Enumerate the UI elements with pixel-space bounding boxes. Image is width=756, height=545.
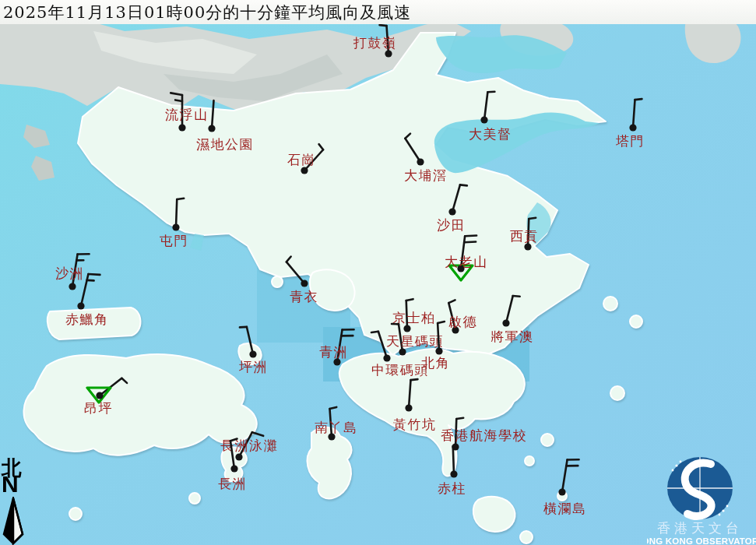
station-dot[interactable]	[405, 404, 412, 411]
station-tates-cairn[interactable]: 大老山	[445, 236, 488, 280]
station-label-tai-po-kau: 大埔滘	[404, 167, 448, 183]
wind-barb-half	[319, 144, 324, 149]
wind-barb-half	[329, 407, 336, 409]
station-star-ferry-pier[interactable]: 天星碼頭	[386, 324, 444, 356]
station-label-wong-chuk-hang: 黃竹坑	[393, 417, 437, 432]
station-tap-mun[interactable]: 塔門	[615, 99, 645, 149]
station-green-island[interactable]: 青洲	[319, 329, 354, 365]
station-lau-fau-shan[interactable]: 流浮山	[165, 93, 209, 131]
map-title: 2025年11月13日01時00分的十分鐘平均風向及風速	[3, 2, 411, 23]
wind-barb-half	[448, 300, 455, 303]
station-label-shek-kong: 石崗	[287, 152, 316, 167]
station-ta-kwu-ling[interactable]: 打鼓嶺	[353, 25, 397, 57]
wind-barb-staff	[484, 92, 487, 120]
station-chek-lap-kok[interactable]: 赤鱲角	[65, 274, 109, 327]
wind-barb-half	[405, 134, 410, 139]
station-dot[interactable]	[178, 124, 185, 131]
station-tsing-yi[interactable]: 青衣	[287, 257, 318, 304]
station-dot[interactable]	[383, 354, 390, 361]
station-tuen-mun[interactable]: 屯門	[160, 199, 188, 248]
wind-barb-half	[460, 185, 467, 185]
station-dot[interactable]	[385, 50, 392, 57]
station-dot[interactable]	[524, 243, 531, 250]
station-dot[interactable]	[399, 348, 406, 355]
station-label-sha-tin: 沙田	[437, 217, 466, 233]
station-label-hk-sea-school: 香港航海學校	[441, 427, 527, 443]
station-dot[interactable]	[558, 488, 565, 495]
station-dot[interactable]	[235, 453, 242, 460]
station-tai-po-kau[interactable]: 大埔滘	[404, 134, 448, 183]
wind-barb-staff	[405, 139, 420, 162]
station-dot[interactable]	[301, 280, 308, 287]
wind-barb-half	[177, 199, 184, 199]
station-tseung-kwan-o[interactable]: 將軍澳	[491, 296, 534, 344]
station-dot[interactable]	[417, 158, 424, 165]
station-label-tuen-mun: 屯門	[160, 233, 188, 248]
wind-barb-staff	[287, 262, 304, 283]
station-sha-chau[interactable]: 沙洲	[55, 254, 90, 290]
wind-map-stage: 2025年11月13日01時00分的十分鐘平均風向及風速 打鼓嶺流浮山濕地公園石…	[0, 0, 756, 545]
station-dot[interactable]	[208, 125, 215, 132]
wind-barb-staff	[452, 185, 460, 212]
station-sha-tin[interactable]: 沙田	[437, 185, 467, 233]
hko-logo-english: HONG KONG OBSERVATORY	[647, 536, 756, 545]
station-label-sai-kung: 西貢	[510, 228, 539, 244]
station-dot[interactable]	[450, 470, 457, 477]
wind-barb-full	[171, 93, 182, 95]
station-label-chek-lap-kok: 赤鱲角	[65, 311, 109, 327]
hko-logo-chinese: 香港天文台	[657, 520, 743, 536]
hko-logo: 香港天文台 HONG KONG OBSERVATORY	[647, 445, 756, 545]
wind-barb-full	[465, 236, 476, 237]
station-cheung-chau-beach[interactable]: 長洲泳灘	[220, 432, 278, 460]
station-label-tai-mei-tuk: 大美督	[469, 126, 512, 142]
station-dot[interactable]	[435, 347, 442, 354]
wind-barb-half	[635, 99, 642, 100]
station-label-tap-mun: 塔門	[615, 133, 645, 149]
station-dot[interactable]	[502, 319, 509, 326]
station-tai-mei-tuk[interactable]: 大美督	[469, 92, 512, 142]
station-dot[interactable]	[403, 325, 410, 332]
station-label-kai-tak: 啟德	[448, 314, 477, 329]
station-dot[interactable]	[301, 167, 308, 174]
wind-barb-staff	[409, 380, 411, 408]
station-dot[interactable]	[77, 302, 84, 309]
wind-barb-half	[406, 299, 413, 301]
wind-barb-half	[411, 379, 418, 380]
wind-barb-half	[287, 257, 291, 262]
station-label-tsing-yi: 青衣	[290, 289, 318, 304]
wind-barb-full	[88, 274, 100, 275]
station-label-wetland-park: 濕地公園	[196, 136, 254, 152]
wind-barb-half	[456, 418, 463, 419]
wind-barb-staff	[506, 296, 513, 323]
station-label-lau-fau-shan: 流浮山	[165, 107, 209, 122]
station-dot[interactable]	[69, 283, 76, 290]
station-dot[interactable]	[480, 116, 487, 123]
station-peng-chau[interactable]: 坪洲	[239, 327, 268, 374]
station-dot[interactable]	[96, 392, 103, 399]
station-wong-chuk-hang[interactable]: 黃竹坑	[393, 379, 437, 432]
station-waglan-island[interactable]: 橫瀾島	[543, 459, 587, 516]
wind-barb-staff	[633, 100, 635, 128]
station-label-green-island: 青洲	[319, 344, 348, 360]
station-dot[interactable]	[230, 465, 237, 472]
station-label-lamma-island: 南丫島	[315, 420, 358, 435]
wind-barb-full	[464, 241, 476, 242]
station-dot[interactable]	[172, 223, 179, 230]
station-label-star-ferry-pier: 天星碼頭	[386, 333, 444, 349]
station-sai-kung[interactable]: 西貢	[510, 218, 539, 251]
station-dot[interactable]	[249, 350, 256, 357]
wind-barb-staff	[247, 327, 253, 354]
stations-layer: 打鼓嶺流浮山濕地公園石崗大埔滘大美督塔門沙田西貢大老山屯門沙洲赤鱲角青衣京士柏啟…	[0, 0, 756, 545]
station-label-cheung-chau: 長洲	[218, 476, 247, 491]
station-stanley[interactable]: 赤柱	[438, 446, 466, 496]
station-label-stanley: 赤柱	[438, 480, 466, 496]
wind-barb-full	[252, 432, 263, 436]
station-lamma-island[interactable]: 南丫島	[315, 407, 358, 441]
station-ngong-ping[interactable]: 昂坪	[84, 378, 127, 416]
station-shek-kong[interactable]: 石崗	[287, 144, 323, 174]
station-dot[interactable]	[448, 208, 455, 215]
station-label-waglan-island: 橫瀾島	[543, 501, 587, 516]
station-label-kings-park: 京士柏	[392, 310, 436, 325]
station-dot[interactable]	[629, 124, 636, 131]
station-kai-tak[interactable]: 啟德	[448, 300, 477, 333]
